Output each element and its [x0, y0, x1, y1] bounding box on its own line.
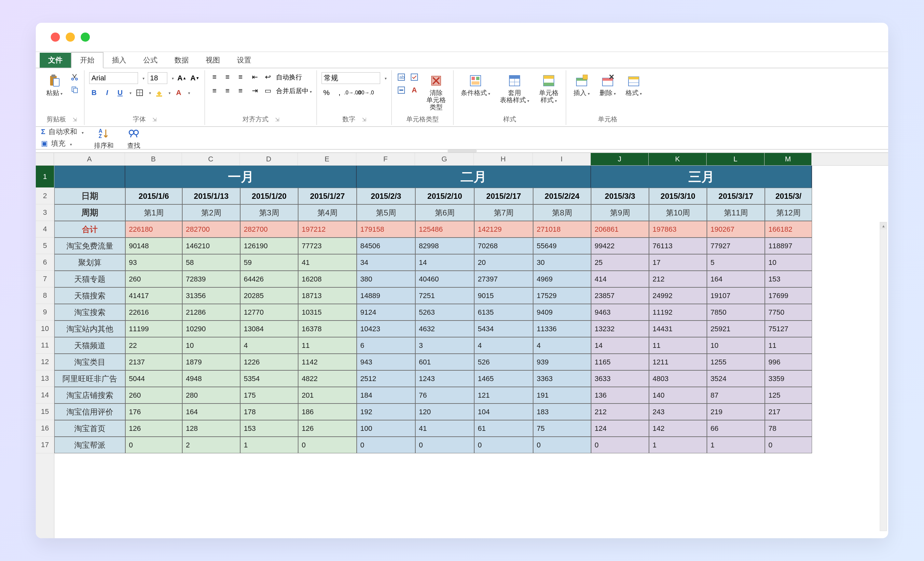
month-header-jan[interactable]: 一月 [125, 166, 357, 188]
column-header-B[interactable]: B [125, 153, 182, 165]
fill-color-icon[interactable] [154, 88, 164, 98]
cell-r5-cI[interactable]: 55649 [533, 237, 591, 254]
font-name-dropdown-icon[interactable] [141, 75, 144, 81]
cell-r11-cH[interactable]: 4 [474, 337, 533, 354]
cell-r9-cD[interactable]: 12770 [240, 304, 298, 321]
tab-insert[interactable]: 插入 [104, 53, 135, 68]
cell-r17-cI[interactable]: 0 [533, 437, 591, 453]
cell-r5-cG[interactable]: 82998 [415, 237, 474, 254]
cell-r17-cK[interactable]: 1 [649, 437, 707, 453]
cell-r13-cM[interactable]: 3359 [765, 370, 812, 387]
close-icon[interactable] [51, 33, 60, 42]
conditional-format-button[interactable]: 条件格式 [458, 72, 493, 98]
cell-r9-cL[interactable]: 7850 [707, 304, 765, 321]
increase-decimal-icon[interactable]: .0→.00 [348, 88, 357, 98]
cell-r9-cJ[interactable]: 9463 [591, 304, 649, 321]
align-center-icon[interactable]: ≡ [223, 86, 232, 96]
cell-r16-cM[interactable]: 78 [765, 420, 812, 437]
autosum-dropdown-icon[interactable] [80, 128, 84, 136]
cell-r14-cL[interactable]: 87 [707, 387, 765, 404]
row-header-13[interactable]: 13 [36, 370, 54, 387]
cell-r13-cK[interactable]: 4803 [649, 370, 707, 387]
cell-r16-cG[interactable]: 41 [415, 420, 474, 437]
cell-r3-cC[interactable]: 第2周 [182, 204, 240, 221]
row-label-14[interactable]: 淘宝店铺搜索 [54, 387, 125, 404]
border-icon[interactable] [135, 88, 144, 98]
cell-r6-cB[interactable]: 93 [125, 254, 182, 271]
cell-r17-cB[interactable]: 0 [125, 437, 182, 453]
cell-r8-cC[interactable]: 31356 [182, 287, 240, 304]
cell-r9-cE[interactable]: 10315 [298, 304, 357, 321]
scroll-up-icon[interactable]: ▴ [880, 222, 886, 230]
cell-r5-cB[interactable]: 90148 [125, 237, 182, 254]
font-size-dropdown-icon[interactable] [171, 75, 174, 81]
cell-r10-cG[interactable]: 4632 [415, 321, 474, 337]
cell-r6-cD[interactable]: 59 [240, 254, 298, 271]
row-header-16[interactable]: 16 [36, 420, 54, 437]
cell-r9-cF[interactable]: 9124 [357, 304, 415, 321]
spreadsheet-grid[interactable]: 1234567891011121314151617 一月二月三月日期2015/1… [36, 166, 888, 538]
cell-r15-cG[interactable]: 120 [415, 404, 474, 420]
cell-r14-cH[interactable]: 121 [474, 387, 533, 404]
cell-r8-cD[interactable]: 20285 [240, 287, 298, 304]
cell-r13-cJ[interactable]: 3633 [591, 370, 649, 387]
cell-r12-cF[interactable]: 943 [357, 354, 415, 370]
delete-cells-button[interactable]: 删除 [597, 72, 618, 98]
cell-r2-cE[interactable]: 2015/1/27 [298, 188, 357, 204]
cell-r7-cB[interactable]: 260 [125, 271, 182, 287]
cell-r10-cE[interactable]: 16378 [298, 321, 357, 337]
cell-r10-cJ[interactable]: 13232 [591, 321, 649, 337]
cell-r14-cI[interactable]: 191 [533, 387, 591, 404]
cell-r17-cH[interactable]: 0 [474, 437, 533, 453]
border-dropdown-icon[interactable] [148, 90, 151, 96]
insert-cells-button[interactable]: 插入 [571, 72, 592, 98]
row-header-6[interactable]: 6 [36, 254, 54, 271]
cell-r17-cC[interactable]: 2 [182, 437, 240, 453]
cell-r13-cI[interactable]: 3363 [533, 370, 591, 387]
cell-r9-cG[interactable]: 5263 [415, 304, 474, 321]
cell-r3-cE[interactable]: 第4周 [298, 204, 357, 221]
cell-r3-cJ[interactable]: 第9周 [591, 204, 649, 221]
cell-styles-button[interactable]: 单元格 样式 [536, 72, 561, 105]
row-header-7[interactable]: 7 [36, 271, 54, 287]
column-header-I[interactable]: I [533, 153, 591, 165]
cell-r16-cD[interactable]: 153 [240, 420, 298, 437]
font-color-dropdown-icon[interactable] [187, 90, 190, 96]
row-label-total[interactable]: 合计 [54, 221, 125, 237]
paste-button[interactable]: 粘贴 [44, 72, 65, 98]
cell-r2-cL[interactable]: 2015/3/17 [707, 188, 765, 204]
cell-r11-cD[interactable]: 4 [240, 337, 298, 354]
cell-r12-cG[interactable]: 601 [415, 354, 474, 370]
row-header-14[interactable]: 14 [36, 387, 54, 404]
cell-r3-cM[interactable]: 第12周 [765, 204, 812, 221]
cell-r2-cI[interactable]: 2015/2/24 [533, 188, 591, 204]
column-header-F[interactable]: F [356, 153, 415, 165]
cell-r8-cJ[interactable]: 23857 [591, 287, 649, 304]
cell-r13-cE[interactable]: 4822 [298, 370, 357, 387]
cell-r7-cF[interactable]: 380 [357, 271, 415, 287]
cell-r8-cI[interactable]: 17529 [533, 287, 591, 304]
column-header-C[interactable]: C [182, 153, 240, 165]
cell-r16-cH[interactable]: 61 [474, 420, 533, 437]
cell-r16-cC[interactable]: 128 [182, 420, 240, 437]
cell-r2-cC[interactable]: 2015/1/13 [182, 188, 240, 204]
row-label-13[interactable]: 阿里旺旺非广告 [54, 370, 125, 387]
cell-r12-cL[interactable]: 1255 [707, 354, 765, 370]
cell-r11-cB[interactable]: 22 [125, 337, 182, 354]
cell-r11-cF[interactable]: 6 [357, 337, 415, 354]
cell-r12-cB[interactable]: 2137 [125, 354, 182, 370]
column-header-M[interactable]: M [765, 153, 812, 165]
cell-r5-cJ[interactable]: 99422 [591, 237, 649, 254]
row-label-9[interactable]: 淘宝搜索 [54, 304, 125, 321]
cell-r11-cE[interactable]: 11 [298, 337, 357, 354]
cell-r9-cH[interactable]: 6135 [474, 304, 533, 321]
cell-r12-cJ[interactable]: 1165 [591, 354, 649, 370]
cell-r12-cC[interactable]: 1879 [182, 354, 240, 370]
percent-icon[interactable]: % [321, 88, 332, 98]
align-bottom-icon[interactable]: ≡ [236, 72, 245, 82]
decrease-font-icon[interactable]: A▼ [190, 73, 200, 83]
row-label-7[interactable]: 天猫专题 [54, 271, 125, 287]
row-header-10[interactable]: 10 [36, 321, 54, 337]
cell-r9-cB[interactable]: 22616 [125, 304, 182, 321]
cell-r9-cM[interactable]: 7750 [765, 304, 812, 321]
